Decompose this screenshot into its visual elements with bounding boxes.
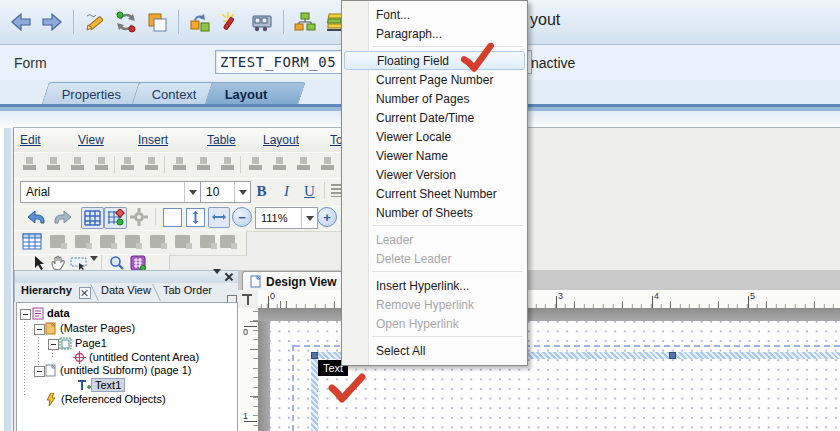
- merge-cells-icon: [200, 235, 215, 248]
- tree-connector: [24, 313, 25, 395]
- menu-separator: [342, 222, 527, 230]
- ruler-tick: [244, 421, 257, 422]
- menu-item-number-of-pages[interactable]: Number of Pages: [342, 89, 527, 108]
- context-menu: Font... Paragraph... Floating Field Curr…: [341, 0, 528, 366]
- tree-item-subform[interactable]: (untitled Subform) (page 1): [45, 363, 194, 377]
- tree-expander[interactable]: [34, 324, 45, 335]
- menu-table[interactable]: Table: [207, 133, 236, 147]
- distribute-vertical-icon: [196, 157, 212, 171]
- send-backward-icon: [320, 157, 336, 171]
- ruler-origin: [238, 290, 259, 309]
- menu-item-paragraph[interactable]: Paragraph...: [342, 24, 527, 43]
- insert-table-icon[interactable]: [22, 233, 42, 254]
- menu-insert[interactable]: Insert: [138, 133, 168, 147]
- fit-height-button[interactable]: [186, 208, 205, 227]
- menu-item-remove-hyperlink[interactable]: Remove Hyperlink: [342, 295, 527, 314]
- tab-tab-order[interactable]: Tab Order: [163, 284, 212, 296]
- screen-title-fragment: yout: [530, 11, 560, 29]
- content-area-border-left: [292, 345, 294, 431]
- ruler-tick: [748, 296, 749, 308]
- selection-edge-left[interactable]: [311, 352, 318, 431]
- tree-expander[interactable]: [34, 366, 45, 377]
- zoom-out-button[interactable]: −: [232, 207, 252, 227]
- ruler-tick: [652, 296, 653, 308]
- tree-expander[interactable]: [20, 309, 31, 320]
- content-area-icon: [73, 351, 86, 364]
- menu-edit[interactable]: Edit: [20, 133, 41, 147]
- menu-view[interactable]: View: [78, 133, 104, 147]
- back-icon[interactable]: [8, 9, 34, 35]
- menu-item-insert-hyperlink[interactable]: Insert Hyperlink...: [342, 276, 527, 295]
- menu-layout[interactable]: Layout: [263, 133, 299, 147]
- fit-width-button[interactable]: [208, 207, 230, 228]
- font-family-combo[interactable]: Arial: [20, 181, 201, 203]
- menu-item-viewer-locale[interactable]: Viewer Locale: [342, 127, 527, 146]
- redo-icon[interactable]: [51, 208, 73, 230]
- palette-close-icon[interactable]: [224, 272, 233, 281]
- menu-item-delete-leader[interactable]: Delete Leader: [342, 249, 527, 268]
- copy-icon[interactable]: [144, 9, 170, 35]
- chevron-down-icon[interactable]: [234, 182, 250, 202]
- undo-icon[interactable]: [26, 208, 48, 230]
- font-size-combo[interactable]: 10: [200, 181, 251, 203]
- menu-item-floating-field[interactable]: Floating Field: [344, 51, 525, 70]
- menu-item-current-date-time[interactable]: Current Date/Time: [342, 108, 527, 127]
- tab-design-view[interactable]: Design View: [242, 271, 355, 291]
- insert-row-above-icon: [50, 235, 65, 248]
- menu-item-current-page-number[interactable]: Current Page Number: [342, 70, 527, 89]
- toolbar-separator: [283, 10, 284, 34]
- snap-to-grid-button[interactable]: [104, 207, 127, 229]
- forward-icon[interactable]: [39, 9, 65, 35]
- chevron-down-icon[interactable]: [301, 208, 317, 228]
- tree-item-referenced-objects[interactable]: (Referenced Objects): [45, 392, 169, 406]
- menu-item-viewer-version[interactable]: Viewer Version: [342, 165, 527, 184]
- bold-button[interactable]: B: [252, 181, 271, 202]
- menu-item-current-sheet-number[interactable]: Current Sheet Number: [342, 184, 527, 203]
- menu-item-number-of-sheets[interactable]: Number of Sheets: [342, 203, 527, 222]
- form-label: Form: [14, 55, 47, 71]
- toolbar-separator: [101, 255, 102, 269]
- show-grid-button[interactable]: [81, 207, 104, 229]
- tree-item-page1[interactable]: Page1: [59, 336, 110, 350]
- subform-page-icon: [45, 364, 57, 377]
- print-preview-icon[interactable]: [249, 9, 275, 35]
- refresh-icon[interactable]: [113, 9, 139, 35]
- menu-item-leader[interactable]: Leader: [342, 230, 527, 249]
- activate-wand-icon[interactable]: [218, 9, 244, 35]
- selection-handle[interactable]: [311, 352, 318, 359]
- menu-item-select-all[interactable]: Select All: [342, 341, 527, 360]
- hierarchy-close-box-icon[interactable]: [79, 287, 91, 299]
- selection-handle[interactable]: [669, 352, 676, 359]
- menu-item-viewer-name[interactable]: Viewer Name: [342, 146, 527, 165]
- palette-header[interactable]: [14, 270, 239, 284]
- hierarchy-icon[interactable]: [292, 9, 318, 35]
- tab-data-view[interactable]: Data View: [101, 284, 151, 296]
- form-data-icon: [32, 307, 44, 320]
- tree-item-master-pages[interactable]: (Master Pages): [45, 321, 138, 335]
- tab-hierarchy[interactable]: Hierarchy: [21, 284, 72, 296]
- underline-button[interactable]: U: [300, 181, 319, 202]
- delete-column-icon: [175, 235, 190, 248]
- page-icon: [59, 337, 72, 350]
- tree-item-data[interactable]: data: [32, 306, 73, 320]
- tab-layout[interactable]: Layout: [204, 82, 305, 105]
- actual-size-button[interactable]: [163, 208, 182, 227]
- italic-button[interactable]: I: [277, 181, 296, 202]
- chevron-down-icon[interactable]: [184, 182, 200, 202]
- form-builder-window: yout Form ZTEST_FORM_05 nactive Properti…: [0, 0, 840, 431]
- ruler-label: 0: [243, 327, 248, 337]
- transport-icon[interactable]: [187, 9, 213, 35]
- distribute-center-icon: [220, 157, 236, 171]
- edit-toggle-icon[interactable]: [82, 9, 108, 35]
- zoom-level-combo[interactable]: 111%: [255, 207, 318, 229]
- tree-item-content-area[interactable]: (untitled Content Area): [73, 350, 202, 364]
- zoom-in-button[interactable]: +: [317, 207, 337, 227]
- center-vertical-icon: [144, 157, 160, 171]
- ruler-label: 4: [654, 291, 659, 301]
- toolbar-separator: [240, 156, 241, 173]
- delete-row-icon: [150, 235, 165, 248]
- menu-item-open-hyperlink[interactable]: Open Hyperlink: [342, 314, 527, 333]
- tree-expander[interactable]: [48, 339, 59, 350]
- tree-item-text1[interactable]: Text1: [77, 378, 125, 392]
- menu-item-font[interactable]: Font...: [342, 5, 527, 24]
